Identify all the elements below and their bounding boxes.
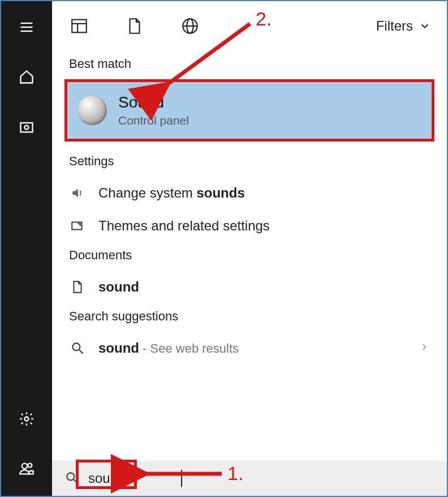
menu-button[interactable] [13, 14, 40, 41]
best-match-subtitle: Control panel [118, 114, 189, 127]
search-input[interactable] [88, 470, 179, 486]
scope-toolbar: Filters [52, 1, 447, 51]
svg-point-7 [28, 464, 32, 468]
suggestion-item-label: sound - See web results [98, 340, 239, 356]
chevron-down-icon [419, 20, 431, 32]
svg-point-5 [25, 417, 29, 421]
results-list: Best match Sound Control panel Settings … [52, 51, 447, 461]
scope-apps[interactable] [68, 15, 91, 37]
settings-item[interactable]: Themes and related settings [64, 209, 434, 242]
best-match-result[interactable]: Sound Control panel [64, 79, 434, 142]
best-match-header: Best match [64, 51, 434, 79]
start-sidebar [1, 1, 52, 496]
search-icon [69, 340, 86, 357]
document-item[interactable]: sound [64, 271, 434, 303]
file-icon [69, 279, 86, 295]
search-panel: Filters Best match Sound Control panel S… [52, 1, 447, 496]
chevron-right-icon [419, 340, 430, 356]
svg-point-6 [22, 464, 27, 469]
settings-header: Settings [64, 142, 434, 177]
hamburger-icon [19, 19, 35, 35]
document-icon [125, 16, 144, 36]
text-cursor [181, 470, 182, 487]
people-button[interactable] [13, 455, 40, 482]
apps-icon [70, 16, 89, 36]
best-match-title: Sound [118, 93, 189, 112]
svg-point-4 [25, 126, 29, 130]
best-match-text: Sound Control panel [118, 93, 189, 127]
settings-item-label: Change system sounds [98, 185, 245, 201]
svg-rect-8 [72, 20, 87, 33]
scope-web[interactable] [179, 15, 201, 37]
svg-line-16 [79, 350, 83, 354]
search-bar[interactable] [52, 461, 447, 496]
home-button[interactable] [13, 63, 40, 91]
volume-icon [69, 185, 86, 202]
suggestion-item[interactable]: sound - See web results [64, 332, 434, 365]
settings-item[interactable]: Change system sounds [64, 177, 434, 209]
settings-item-label: Themes and related settings [98, 218, 270, 234]
gear-icon [19, 411, 35, 427]
search-icon [64, 470, 80, 486]
suggestions-header: Search suggestions [64, 303, 434, 332]
scope-documents[interactable] [123, 15, 146, 37]
svg-point-17 [67, 473, 74, 480]
svg-line-18 [74, 479, 77, 483]
photos-button[interactable] [13, 113, 40, 140]
globe-icon [180, 16, 200, 36]
camera-icon [19, 119, 35, 135]
people-icon [19, 461, 35, 477]
filters-dropdown[interactable]: Filters [376, 18, 431, 34]
settings-button[interactable] [13, 405, 40, 432]
home-icon [19, 69, 35, 85]
speaker-icon [77, 96, 107, 125]
svg-point-15 [72, 343, 80, 350]
document-item-label: sound [98, 279, 139, 295]
personalize-icon [69, 217, 86, 234]
documents-header: Documents [64, 242, 434, 271]
filters-label: Filters [376, 18, 413, 34]
svg-rect-3 [21, 123, 33, 132]
